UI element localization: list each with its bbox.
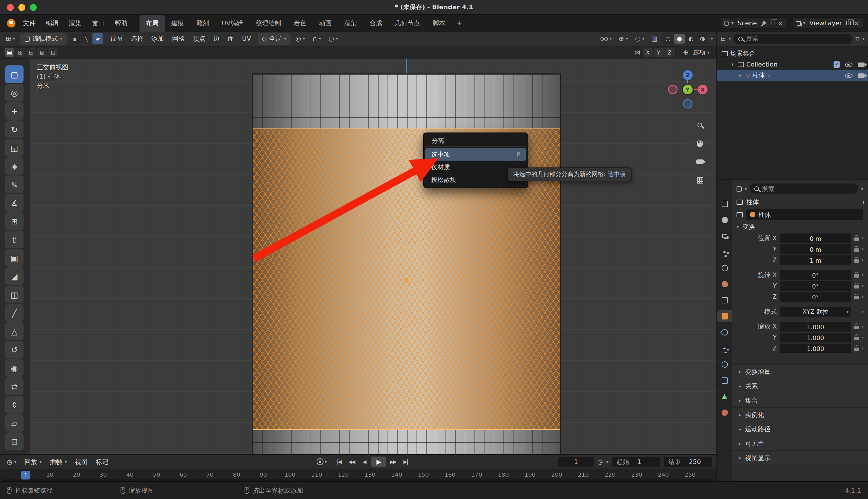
animate-dot[interactable] — [862, 348, 864, 349]
properties-tab-particles[interactable] — [717, 342, 732, 354]
breadcrumb-object-name[interactable]: 柱体 — [746, 198, 759, 206]
chevron-down-icon[interactable]: ▾ — [325, 459, 327, 464]
timeline-menu[interactable]: 插帧▾ — [46, 458, 71, 466]
visibility-eye-icon[interactable] — [845, 73, 853, 78]
properties-editor-icon[interactable] — [737, 186, 742, 191]
current-frame-field[interactable]: 1 — [558, 457, 594, 466]
lock-icon[interactable] — [854, 348, 859, 351]
viewport-menu[interactable]: 选择 — [127, 31, 147, 46]
select-op-button[interactable]: ⊠ — [37, 48, 47, 57]
tool-add-cube[interactable]: ⊞ — [5, 212, 24, 230]
ortho-grid-button[interactable] — [693, 173, 707, 187]
pivot-point-dropdown[interactable]: ◎ ▾ — [293, 33, 307, 45]
location-y-field[interactable]: 0 m — [780, 244, 851, 254]
tool-measure[interactable]: ∡ — [5, 194, 24, 212]
outliner-search-input[interactable]: 搜索 — [734, 34, 853, 44]
select-op-button[interactable]: ⊟ — [26, 48, 36, 57]
tool-annotate[interactable]: ✎ — [5, 175, 24, 193]
editor-type-button[interactable]: ⊞ ▾ — [3, 33, 17, 45]
shading-wireframe-button[interactable]: ○ — [663, 34, 674, 44]
exclude-checkbox[interactable]: ✓ — [834, 61, 840, 68]
animate-dot[interactable] — [862, 285, 864, 287]
panel-section[interactable]: ▸实例化 — [732, 407, 868, 422]
lock-icon[interactable] — [854, 259, 859, 263]
shading-rendered-button[interactable]: ◑ — [697, 34, 708, 44]
workspace-tab[interactable]: 建模 — [165, 15, 190, 31]
copy-icon[interactable] — [846, 21, 851, 25]
workspace-tab[interactable]: UV编辑 — [215, 15, 249, 31]
lock-icon[interactable] — [854, 326, 859, 329]
prev-frame-button[interactable]: ◀ — [358, 457, 370, 467]
lock-icon[interactable] — [854, 337, 859, 340]
mirror-axis-z-button[interactable]: Z — [665, 48, 675, 57]
rotation-y-field[interactable]: 0° — [780, 281, 851, 291]
animate-dot[interactable] — [862, 296, 864, 298]
cylinder-mesh[interactable] — [252, 73, 561, 454]
topbar-menu[interactable]: 帮助 — [110, 15, 133, 31]
tool-transform[interactable]: ◈ — [5, 157, 24, 175]
rotation-x-field[interactable]: 0° — [780, 270, 851, 280]
scale-y-field[interactable]: 1.000 — [780, 333, 851, 342]
workspace-tab[interactable]: 脚本 — [426, 15, 452, 31]
outliner-editor-icon[interactable]: ⊞ — [721, 35, 726, 42]
mirror-icon[interactable]: ⋈ — [634, 48, 641, 56]
workspace-tab[interactable]: 合成 — [363, 15, 388, 31]
timeline-menu[interactable]: 回放▾ — [20, 458, 46, 466]
panel-section[interactable]: ▸运动路径 — [732, 422, 868, 436]
animate-dot[interactable] — [862, 337, 864, 338]
chevron-down-icon[interactable]: ▾ — [861, 186, 864, 191]
outliner-item-label[interactable]: 场景集合 — [730, 49, 756, 58]
scene-selector[interactable]: ▾ Scene × — [721, 17, 788, 29]
pan-button[interactable] — [693, 136, 707, 150]
gizmos-toggle[interactable]: ⊕ ▾ — [616, 33, 630, 45]
rotation-z-field[interactable]: 0° — [780, 292, 851, 302]
outliner-row-collection[interactable]: ▾Collection✓ — [717, 59, 868, 70]
topbar-menu[interactable]: 窗口 — [87, 15, 110, 31]
lock-icon[interactable] — [854, 296, 859, 300]
properties-tab-constraints[interactable] — [717, 375, 732, 387]
cylinder-top-segment[interactable] — [253, 73, 560, 129]
tool-edge-slide[interactable]: ⇄ — [5, 377, 24, 395]
frame-end-field[interactable]: 结束 250 — [664, 457, 712, 466]
minimize-window-button[interactable] — [19, 4, 25, 11]
workspace-tab[interactable]: 动画 — [312, 15, 338, 31]
scale-z-field[interactable]: 1.000 — [780, 343, 851, 353]
tool-shear[interactable]: ▱ — [5, 414, 24, 432]
properties-search-input[interactable]: 搜索 — [750, 184, 858, 194]
properties-tab-scene[interactable] — [717, 262, 732, 274]
properties-tab-object-data[interactable] — [717, 391, 732, 403]
animate-dot[interactable] — [862, 274, 864, 276]
blender-logo-icon[interactable] — [7, 19, 15, 27]
panel-section[interactable]: ▸变换增量 — [732, 364, 868, 379]
tool-spin[interactable]: ↺ — [5, 341, 24, 358]
viewport-menu[interactable]: 添加 — [147, 31, 168, 46]
menu-item-selection[interactable]: 选中项P — [425, 148, 526, 161]
face-mode-button[interactable]: ▰ — [92, 33, 103, 44]
panel-section[interactable]: ▸关系 — [732, 379, 868, 393]
options-dropdown[interactable]: 选项 ▾ — [691, 47, 712, 58]
chevron-down-icon[interactable]: ▾ — [862, 36, 865, 41]
chevron-down-icon[interactable]: ▾ — [803, 20, 806, 25]
properties-tab-collection[interactable] — [717, 294, 732, 306]
tool-cursor[interactable]: ◎ — [5, 84, 24, 101]
viewport-menu[interactable]: 边 — [209, 31, 224, 46]
close-icon[interactable]: × — [777, 20, 784, 26]
workspace-tab[interactable]: 着色 — [287, 15, 312, 31]
timeline-editor-type-button[interactable]: ◷ ▾ — [4, 456, 19, 467]
expand-icon[interactable]: ▸ — [738, 73, 744, 78]
prev-keyframe-button[interactable]: ◀◀ — [346, 457, 357, 467]
pin-icon[interactable] — [762, 21, 767, 25]
animate-dot[interactable] — [862, 238, 864, 239]
expand-icon[interactable]: ▾ — [730, 62, 735, 67]
select-op-button[interactable]: ⊞ — [15, 48, 25, 57]
lock-icon[interactable] — [854, 248, 859, 252]
edge-mode-button[interactable]: ╲ — [81, 33, 92, 44]
render-camera-icon[interactable] — [858, 73, 865, 78]
mirror-axis-y-button[interactable]: Y — [654, 48, 664, 57]
snapping-dropdown[interactable]: ∩ ▾ — [310, 33, 323, 45]
gizmo-minus-x-ball[interactable] — [668, 85, 677, 94]
animate-dot[interactable] — [862, 248, 864, 250]
visibility-eye-icon[interactable] — [845, 62, 853, 67]
workspace-tab[interactable]: 几何节点 — [388, 15, 426, 31]
tool-scale[interactable]: ◱ — [5, 139, 24, 157]
